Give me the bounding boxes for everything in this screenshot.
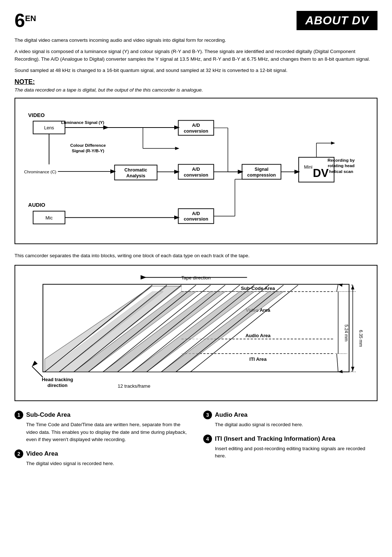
intro-para2: A video signal is composed of a luminanc… xyxy=(15,48,377,63)
note-section: NOTE: The data recorded on a tape is dig… xyxy=(15,78,377,93)
svg-text:DV: DV xyxy=(313,167,329,179)
svg-text:VIDEO: VIDEO xyxy=(28,112,45,118)
svg-text:A/D: A/D xyxy=(192,211,200,216)
svg-text:Recording by: Recording by xyxy=(328,157,355,162)
signal-flow-diagram: VIDEO AUDIO Lens Luminance Signal (Y) Co… xyxy=(15,98,377,244)
svg-text:Signal: Signal xyxy=(254,167,268,172)
svg-text:conversion: conversion xyxy=(184,128,208,133)
area-2-desc: The digital video signal is recorded her… xyxy=(15,460,189,468)
section-break-text: This camcorder separates the data into b… xyxy=(15,252,377,260)
bullet-3: 3 xyxy=(203,411,212,419)
svg-text:Analysis: Analysis xyxy=(126,173,145,178)
note-heading: NOTE: xyxy=(15,78,377,86)
svg-text:Signal (R-Y/B-Y): Signal (R-Y/B-Y) xyxy=(72,148,105,153)
svg-text:6.35 mm: 6.35 mm xyxy=(358,330,363,347)
svg-text:Tape direction: Tape direction xyxy=(181,275,211,280)
svg-text:conversion: conversion xyxy=(184,217,208,222)
svg-line-91 xyxy=(337,284,338,291)
svg-text:rotating head: rotating head xyxy=(328,163,355,168)
area-4: 4 ITI (Insert and Tracking Information) … xyxy=(203,435,377,460)
area-2: 2 Video Area The digital video signal is… xyxy=(15,449,189,468)
signal-flow-svg: VIDEO AUDIO Lens Luminance Signal (Y) Co… xyxy=(23,104,369,235)
svg-text:Mic: Mic xyxy=(45,215,53,220)
area-2-title: 2 Video Area xyxy=(15,449,189,458)
svg-text:Sub-Code Area: Sub-Code Area xyxy=(241,285,275,291)
area-1-title: 1 Sub-Code Area xyxy=(15,411,189,419)
areas-grid: 1 Sub-Code Area The Time Code and Date/T… xyxy=(15,411,377,474)
svg-text:compression: compression xyxy=(247,172,276,177)
svg-text:Lens: Lens xyxy=(44,125,54,130)
svg-text:Audio Area: Audio Area xyxy=(245,333,271,338)
area-1-desc: The Time Code and Date/Time data are wri… xyxy=(15,421,189,444)
bullet-4: 4 xyxy=(203,435,212,443)
intro-para1: The digital video camera converts incomi… xyxy=(15,37,377,44)
tape-svg: Tape direction Sub-Code Area Video Area … xyxy=(21,270,371,393)
svg-text:Head tracking: Head tracking xyxy=(42,376,73,382)
area-4-desc: Insert editing and post-recording editin… xyxy=(203,445,377,460)
svg-text:12 tracks/frame: 12 tracks/frame xyxy=(118,383,150,388)
bullet-1: 1 xyxy=(15,411,23,419)
area-3: 3 Audio Area The digital audio signal is… xyxy=(203,411,377,429)
svg-text:AUDIO: AUDIO xyxy=(28,202,45,208)
svg-text:helical scan: helical scan xyxy=(329,169,353,173)
svg-text:conversion: conversion xyxy=(184,172,208,177)
svg-text:Chromatic: Chromatic xyxy=(124,167,147,173)
svg-text:A/D: A/D xyxy=(192,167,200,172)
svg-text:Chrominance (C): Chrominance (C) xyxy=(24,169,56,174)
svg-line-88 xyxy=(32,366,43,377)
svg-text:direction: direction xyxy=(48,382,68,388)
bullet-2: 2 xyxy=(15,449,23,458)
about-dv-title: ABOUT DV xyxy=(297,11,377,30)
page-header: 6EN ABOUT DV xyxy=(15,11,377,30)
intro-para3: Sound sampled at 48 kHz is changed to a … xyxy=(15,67,377,74)
svg-text:Colour Difference: Colour Difference xyxy=(70,142,106,147)
svg-text:5.24 mm: 5.24 mm xyxy=(344,324,349,342)
tape-diagram: Tape direction Sub-Code Area Video Area … xyxy=(15,265,377,401)
note-text: The data recorded on a tape is digital, … xyxy=(15,87,377,93)
area-1: 1 Sub-Code Area The Time Code and Date/T… xyxy=(15,411,189,444)
svg-text:ITI Area: ITI Area xyxy=(249,356,267,362)
svg-text:A/D: A/D xyxy=(192,123,200,128)
area-4-title: 4 ITI (Insert and Tracking Information) … xyxy=(203,435,377,443)
area-3-desc: The digital audio signal is recorded her… xyxy=(203,421,377,429)
svg-text:Mini: Mini xyxy=(304,165,313,170)
svg-line-92 xyxy=(337,354,338,372)
page-number: 6EN xyxy=(15,11,36,30)
svg-text:Luminance Signal (Y): Luminance Signal (Y) xyxy=(61,120,104,125)
area-3-title: 3 Audio Area xyxy=(203,411,377,419)
